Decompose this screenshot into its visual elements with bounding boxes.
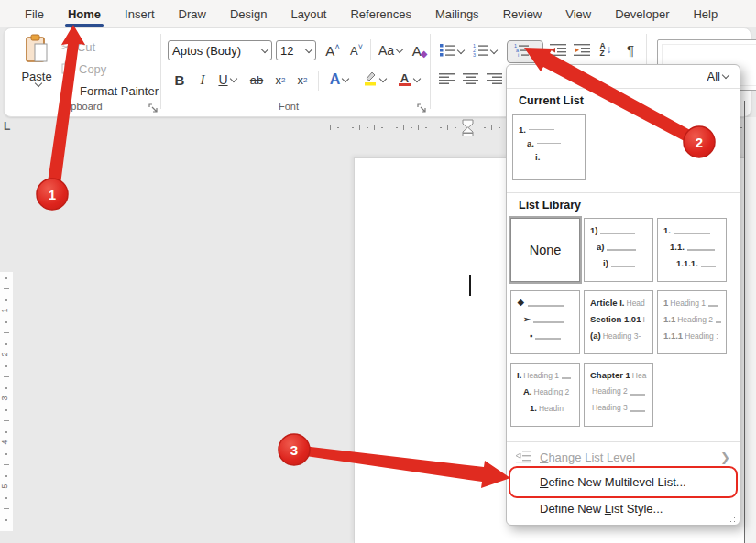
shrink-font-button[interactable]: A˅ (345, 39, 367, 61)
current-list-heading: Current List (519, 94, 584, 107)
text-effects-icon: A (330, 71, 341, 88)
svg-text:3: 3 (290, 442, 298, 458)
font-size-chevron-icon (305, 45, 312, 52)
numbering-button[interactable]: 1 2 3 (468, 40, 499, 62)
word-window: FileHomeInsertDrawDesignLayoutReferences… (0, 0, 756, 543)
font-name-combobox[interactable]: Aptos (Body) (168, 40, 272, 60)
list-style-option-1[interactable]: 1)a)i) (584, 218, 653, 282)
paste-clipboard-icon (24, 34, 49, 67)
bold-button[interactable]: B (170, 69, 190, 91)
list-style-option-7[interactable]: Chapter 1HeaHeading 2Heading 3 (584, 363, 653, 427)
subscript-button[interactable]: x2 (270, 69, 290, 91)
copy-button[interactable]: Copy (61, 60, 106, 78)
gallery-filter-dropdown[interactable]: All (507, 65, 740, 88)
align-center-button[interactable] (459, 69, 481, 91)
ruler-number: 3 (0, 396, 9, 400)
multilevel-list-icon: 1 a i (513, 43, 530, 60)
bullets-button[interactable] (435, 40, 466, 62)
list-style-option-3[interactable]: ❖➢▪ (510, 290, 580, 354)
scissors-icon: ✂ (61, 40, 71, 54)
paste-button[interactable]: Paste (14, 34, 60, 103)
numbering-icon: 1 2 3 (472, 43, 488, 60)
annotation-step-1-circle (37, 179, 68, 210)
underline-button[interactable]: U (214, 69, 241, 91)
decrease-indent-button[interactable] (547, 40, 569, 62)
define-new-multilevel-list-item[interactable]: Define New Multilevel List... (507, 469, 740, 495)
change-case-chevron-icon (396, 45, 403, 52)
font-color-button[interactable]: A (393, 69, 424, 91)
show-formatting-marks-button[interactable]: ¶ (620, 38, 641, 60)
submenu-chevron-icon: ❯ (720, 451, 730, 464)
vertical-ruler: 12345 (0, 272, 13, 531)
clear-formatting-button[interactable]: A◆ (408, 39, 432, 61)
font-size-combobox[interactable]: 12 (276, 40, 316, 60)
tab-layout[interactable]: Layout (279, 3, 338, 26)
change-list-level-icon (515, 450, 531, 466)
increase-indent-icon (574, 43, 590, 60)
align-right-icon (487, 71, 502, 88)
list-style-option-5[interactable]: 1Heading 11.1Heading 21.1.1Heading : (657, 290, 727, 354)
copy-icon (61, 61, 73, 77)
tab-insert[interactable]: Insert (113, 3, 167, 26)
highlighter-icon (363, 71, 378, 90)
sort-button[interactable]: AZ ↓ (595, 38, 617, 60)
list-library-heading: List Library (519, 199, 581, 212)
tab-mailings[interactable]: Mailings (423, 3, 491, 26)
tab-file[interactable]: File (13, 3, 56, 26)
increase-indent-button[interactable] (571, 40, 593, 62)
tab-design[interactable]: Design (218, 3, 279, 26)
current-list-preview[interactable]: 1.a.i. (512, 114, 586, 180)
define-new-list-style-item[interactable]: Define New List Style... (507, 495, 740, 521)
align-center-icon (463, 71, 478, 88)
clipboard-group-label: Clipboard (30, 101, 131, 112)
text-effects-button[interactable]: A (323, 69, 355, 91)
clipboard-dialog-launcher-icon[interactable] (148, 101, 159, 112)
tab-review[interactable]: Review (491, 3, 554, 26)
font-group-label: Font (234, 101, 344, 112)
list-style-option-6[interactable]: I.Heading 1A.Heading 21.Headin (510, 363, 580, 427)
svg-text:i: i (518, 52, 519, 57)
small-separator (318, 71, 319, 91)
tab-draw[interactable]: Draw (167, 3, 218, 26)
tab-home[interactable]: Home (56, 3, 113, 26)
change-case-button[interactable]: Aa (375, 39, 406, 61)
ruler-number: 2 (0, 352, 9, 356)
decrease-indent-icon (550, 43, 566, 60)
list-style-none[interactable]: None (510, 218, 580, 282)
align-right-button[interactable] (483, 69, 505, 91)
list-style-option-2[interactable]: 1.1.1.1.1.1. (657, 218, 727, 282)
format-painter-icon (61, 83, 74, 99)
tab-references[interactable]: References (338, 3, 422, 26)
align-left-icon (439, 71, 455, 88)
group-separator (430, 34, 431, 109)
italic-button[interactable]: I (193, 69, 212, 91)
tab-view[interactable]: View (553, 3, 603, 26)
text-cursor (469, 275, 471, 296)
highlight-color-button[interactable] (358, 69, 389, 91)
font-name-chevron-icon (261, 45, 268, 52)
cut-button[interactable]: ✂ Cut (61, 38, 95, 56)
clear-formatting-eraser-icon: ◆ (421, 49, 428, 59)
svg-text:3: 3 (473, 52, 476, 57)
tab-help[interactable]: Help (681, 3, 729, 26)
vertical-scrollbar[interactable] (745, 117, 756, 543)
svg-text:1: 1 (49, 187, 56, 202)
tab-developer[interactable]: Developer (603, 3, 681, 26)
font-dialog-launcher-icon[interactable] (417, 101, 428, 112)
underline-chevron-icon (229, 74, 236, 81)
small-separator (370, 39, 371, 60)
font-color-icon: A (399, 73, 411, 87)
resize-grip[interactable] (728, 515, 735, 522)
grow-font-button[interactable]: A˄ (322, 39, 344, 61)
align-left-button[interactable] (435, 69, 457, 91)
all-chevron-icon (722, 71, 729, 79)
indent-markers[interactable] (461, 119, 475, 140)
strikethrough-button[interactable]: ab (245, 69, 268, 91)
group-separator (160, 34, 161, 109)
superscript-button[interactable]: x2 (292, 69, 312, 91)
format-painter-button[interactable]: Format Painter (61, 81, 159, 100)
ribbon-tab-bar: FileHomeInsertDrawDesignLayoutReferences… (0, 0, 756, 27)
multilevel-list-button[interactable]: 1 a i (507, 40, 543, 63)
sort-icon: AZ ↓ (599, 42, 611, 57)
list-style-option-4[interactable]: Article I.HeadSection 1.01I(a)Heading 3- (584, 290, 653, 354)
